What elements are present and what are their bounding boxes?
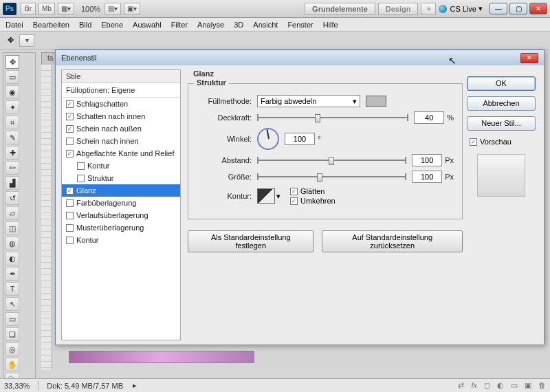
style-item[interactable]: ✓Schlagschatten <box>62 98 180 110</box>
style-item[interactable]: ✓Schatten nach innen <box>62 110 180 122</box>
pen-tool[interactable]: ✒ <box>6 267 19 281</box>
status-zoom[interactable]: 33,33% <box>4 382 30 390</box>
camera-tool[interactable]: ◎ <box>6 342 19 356</box>
crop-tool[interactable]: ⌗ <box>6 116 19 129</box>
style-checkbox[interactable] <box>66 138 74 145</box>
distance-input[interactable]: 100 <box>412 154 442 166</box>
style-item[interactable]: Musterüberlagerung <box>62 221 180 234</box>
gradient-tool[interactable]: ◫ <box>6 221 19 235</box>
stamp-tool[interactable]: ▟ <box>6 176 19 190</box>
style-checkbox[interactable]: ✓ <box>66 100 74 108</box>
cs-live[interactable]: CS Live▾ <box>439 4 483 13</box>
current-tool-icon[interactable]: ✥ <box>4 34 16 47</box>
size-slider[interactable] <box>257 172 406 182</box>
style-checkbox[interactable] <box>66 237 74 244</box>
eraser-tool[interactable]: ▱ <box>6 206 19 220</box>
3d-tool[interactable]: ❏ <box>6 327 19 341</box>
style-checkbox[interactable] <box>66 212 74 219</box>
angle-dial[interactable] <box>257 128 279 150</box>
status-menu-icon[interactable]: ▸ <box>133 381 137 390</box>
lasso-tool[interactable]: ◉ <box>6 85 19 99</box>
chevron-down-icon[interactable]: ▾ <box>276 192 280 201</box>
preview-checkbox[interactable]: ✓ <box>470 138 477 146</box>
trash-icon[interactable]: 🗑 <box>538 381 546 390</box>
brush-tool[interactable]: ✏ <box>6 161 19 175</box>
style-checkbox[interactable] <box>77 162 85 170</box>
ok-button[interactable]: OK <box>467 76 536 91</box>
style-item[interactable]: ✓Abgeflachte Kante und Relief <box>62 147 180 160</box>
style-checkbox[interactable]: ✓ <box>66 187 74 195</box>
healing-tool[interactable]: ✚ <box>6 146 19 160</box>
effect-color-swatch[interactable] <box>366 96 386 107</box>
opacity-input[interactable]: 40 <box>414 111 444 124</box>
menu-edit[interactable]: Bearbeiten <box>33 21 69 29</box>
blending-options-item[interactable]: Fülloptionen: Eigene <box>62 83 180 98</box>
window-minimize-button[interactable]: — <box>490 3 507 14</box>
menu-select[interactable]: Auswahl <box>133 21 162 29</box>
distance-slider[interactable] <box>257 155 406 165</box>
zoom-level[interactable]: 100% <box>81 5 100 13</box>
link-icon[interactable]: ⇄ <box>458 381 464 390</box>
new-style-button[interactable]: Neuer Stil... <box>467 116 536 131</box>
new-layer-icon[interactable]: ▣ <box>525 381 531 390</box>
hand-tool[interactable]: ✋ <box>6 358 19 371</box>
style-item[interactable]: Kontur <box>62 234 180 246</box>
marquee-tool[interactable]: ▭ <box>6 70 19 84</box>
move-tool[interactable]: ✥ <box>6 55 19 69</box>
shape-tool[interactable]: ▭ <box>6 312 19 326</box>
style-item[interactable]: Kontur <box>62 160 180 172</box>
style-item[interactable]: ✓Schein nach außen <box>62 122 180 135</box>
smooth-checkbox[interactable]: ✓ <box>290 188 298 195</box>
workspace-essentials[interactable]: Grundelemente <box>305 3 375 15</box>
invert-checkbox[interactable]: ✓ <box>290 197 298 205</box>
adjustment-icon[interactable]: ◐ <box>497 381 504 390</box>
blur-tool[interactable]: ◍ <box>6 237 19 250</box>
tool-preset-dropdown[interactable]: ▾ <box>19 34 34 47</box>
style-checkbox[interactable]: ✓ <box>66 150 74 157</box>
folder-icon[interactable]: ▭ <box>511 381 518 390</box>
eyedropper-tool[interactable]: ✎ <box>6 131 19 144</box>
workspace-more-button[interactable]: » <box>421 3 436 15</box>
style-checkbox[interactable] <box>66 199 74 207</box>
status-doc-size[interactable]: Dok: 5,49 MB/7,57 MB <box>47 382 123 390</box>
mask-icon[interactable]: ◻ <box>484 381 490 390</box>
view-extras-button[interactable]: ▦▾ <box>58 3 74 15</box>
history-brush-tool[interactable]: ↺ <box>6 191 19 205</box>
cancel-button[interactable]: Abbrechen <box>467 96 536 111</box>
dialog-titlebar[interactable]: Ebenenstil ✕ <box>56 50 544 65</box>
workspace-design[interactable]: Design <box>378 3 419 15</box>
style-item[interactable]: ✓Glanz <box>62 184 180 197</box>
menu-view[interactable]: Ansicht <box>253 21 278 29</box>
opacity-slider[interactable] <box>257 113 408 122</box>
style-checkbox[interactable]: ✓ <box>66 125 74 133</box>
window-maximize-button[interactable]: ▢ <box>509 3 527 14</box>
menu-layer[interactable]: Ebene <box>101 21 123 29</box>
style-checkbox[interactable] <box>77 175 85 182</box>
blend-mode-select[interactable]: Farbig abwedeln▾ <box>257 95 360 107</box>
magic-wand-tool[interactable]: ✦ <box>6 100 19 114</box>
styles-header[interactable]: Stile <box>62 70 180 83</box>
style-item[interactable]: Struktur <box>62 172 180 184</box>
reset-default-button[interactable]: Auf Standardeinstellung zurücksetzen <box>322 230 463 252</box>
launch-minibridge-button[interactable]: Mb <box>38 3 55 15</box>
style-checkbox[interactable] <box>66 224 74 232</box>
menu-help[interactable]: Hilfe <box>323 21 338 29</box>
style-item[interactable]: Verlaufsüberlagerung <box>62 209 180 221</box>
style-item[interactable]: Farbüberlagerung <box>62 197 180 209</box>
menu-window[interactable]: Fenster <box>287 21 313 29</box>
dodge-tool[interactable]: ◐ <box>6 252 19 265</box>
window-close-button[interactable]: ✕ <box>529 3 547 14</box>
path-select-tool[interactable]: ↖ <box>6 297 19 311</box>
menu-3d[interactable]: 3D <box>234 21 243 29</box>
angle-input[interactable]: 100 <box>285 133 315 145</box>
arrange-docs-button[interactable]: ▤▾ <box>104 3 121 15</box>
menu-analyze[interactable]: Analyse <box>197 21 224 29</box>
menu-file[interactable]: Datei <box>6 21 23 29</box>
contour-picker[interactable] <box>257 188 275 204</box>
dialog-close-button[interactable]: ✕ <box>520 53 538 63</box>
style-item[interactable]: Schein nach innen <box>62 135 180 147</box>
menu-filter[interactable]: Filter <box>171 21 188 29</box>
menu-image[interactable]: Bild <box>79 21 91 29</box>
size-input[interactable]: 100 <box>412 171 442 183</box>
fx-icon[interactable]: fx <box>471 381 477 390</box>
